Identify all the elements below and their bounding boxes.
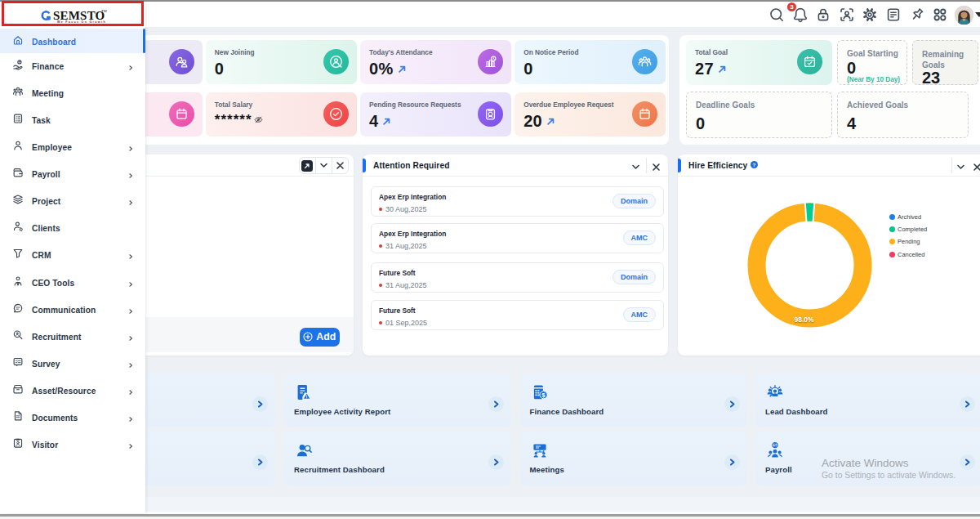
svg-text:98.0%: 98.0% <box>794 315 814 324</box>
svg-text:$: $ <box>773 442 777 449</box>
svg-text:?: ? <box>753 162 756 168</box>
svg-text:$: $ <box>541 391 546 399</box>
